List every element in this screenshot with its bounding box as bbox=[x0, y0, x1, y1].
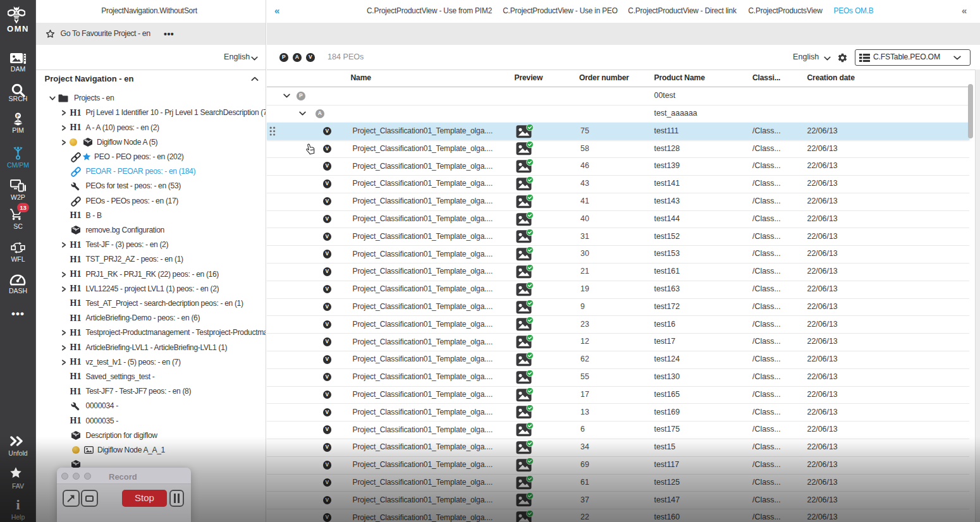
svg-text:P: P bbox=[16, 113, 20, 119]
